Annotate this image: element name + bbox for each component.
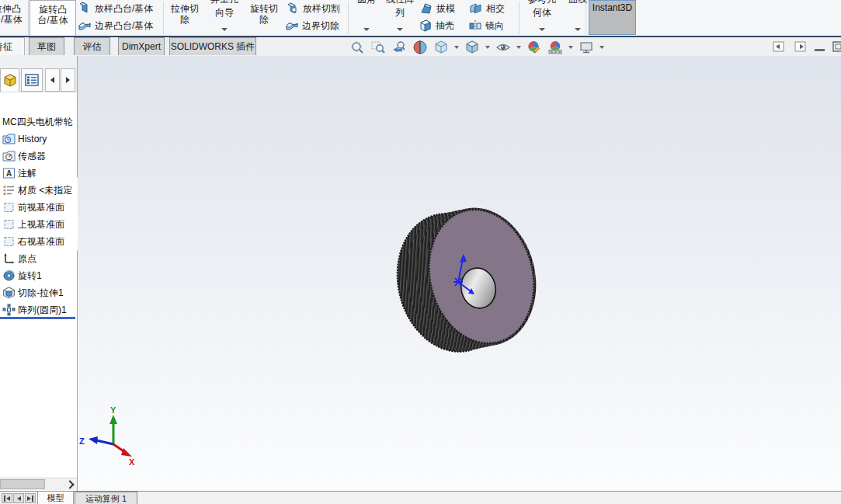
plane-icon [2,201,16,214]
mirror-icon [468,19,482,33]
tree-item-sensors[interactable]: 传感器 [0,148,46,165]
cut-extrude-button[interactable]: 拉伸切 除 [166,0,203,35]
tree-item-annotations[interactable]: A 注解 [0,165,36,182]
tab-features[interactable]: 特征 [0,37,25,55]
tree-item-cut-extrude1[interactable]: 切除-拉伸1 [0,284,64,301]
tab-scroll-last-button[interactable] [25,493,36,503]
ribbon-divider [163,2,164,34]
tab-motion-study-1[interactable]: 运动算例 1 [75,492,137,504]
section-view-button[interactable] [411,39,429,56]
dropdown-caret-icon[interactable] [599,46,604,49]
tree-root-item[interactable]: MC四头电机带轮 [0,113,73,130]
rollback-bar[interactable] [0,317,75,319]
shell-icon [419,19,433,33]
zoom-to-area-icon [370,40,386,55]
circular-pattern-feature-icon [2,304,16,316]
tree-item-material[interactable]: 材质 <未指定 [0,182,72,199]
scrollbar-thumb[interactable] [0,479,45,489]
monitor-icon [579,40,594,55]
minimize-window-button[interactable] [815,49,825,51]
loft-cut-icon [286,2,300,16]
dropdown-caret-icon[interactable] [516,46,521,49]
graphics-viewport[interactable]: Y Z X [78,56,841,491]
previous-view-icon [391,40,407,55]
boss-loft-button[interactable]: 放样凸台/基体 [78,1,153,16]
dropdown-caret-icon[interactable] [568,46,573,49]
zoom-to-fit-button[interactable] [348,39,367,56]
tab-model[interactable]: 模型 [37,492,74,504]
dropdown-caret-icon[interactable] [539,28,545,31]
boss-extrude-button[interactable]: 拉伸凸 台/基体 [0,0,29,35]
tab-scroll-prev-button[interactable] [13,493,24,503]
hide-show-items-button[interactable] [494,39,513,56]
linear-pattern-button[interactable]: 线性阵 列 [382,0,418,35]
shell-button[interactable]: 抽壳 [419,18,454,33]
view-orientation-button[interactable] [432,39,450,56]
corner-triad: Y Z X [79,405,135,467]
cut-boundary-button[interactable]: 边界切除 [285,18,339,33]
tab-feature-manager-tree[interactable] [0,68,19,92]
model-canvas: Y Z X [78,56,841,491]
boundary-boss-icon [78,19,92,33]
feature-manager-panel: MC四头电机带轮 History 传感器 A 注解 材质 <未指定 [0,56,78,491]
dropdown-caret-icon[interactable] [575,28,581,31]
view-settings-button[interactable] [577,39,596,56]
dropdown-caret-icon[interactable] [454,46,459,49]
scroll-right-arrow-icon[interactable] [65,480,74,488]
dropdown-caret-icon[interactable] [485,46,490,49]
eye-icon [495,40,511,55]
ribbon-divider [519,2,520,34]
hole-wizard-button[interactable]: 异型孔 向导 [207,0,242,35]
zoom-to-area-button[interactable] [369,39,387,56]
panel-tab-scroll-left-button[interactable] [45,68,60,92]
view-orientation-cube-icon [433,40,449,55]
zoom-to-fit-icon [349,40,365,55]
boss-revolve-button[interactable]: 旋转凸 台/基体 [30,0,76,36]
apply-scene-button[interactable] [546,39,565,56]
tab-sketch[interactable]: 草图 [29,37,64,55]
previous-view-button[interactable] [390,39,408,56]
tab-property-manager[interactable] [21,68,43,92]
display-style-button[interactable] [463,39,481,56]
tab-solidworks-addins[interactable]: SOLIDWORKS 插件 [169,37,256,55]
intersect-button[interactable]: 相交 [469,1,505,16]
left-arrow-icon [50,77,54,83]
tree-item-front-plane[interactable]: 前视基准面 [0,199,64,216]
curves-button[interactable]: 曲线 [564,0,592,35]
draft-button[interactable]: 拔模 [419,1,455,16]
fillet-button[interactable]: 圆角 [351,0,382,35]
material-icon [2,184,16,196]
tree-item-history[interactable]: History [0,130,47,148]
tab-scroll-first-button[interactable] [2,493,12,503]
tree-horizontal-scrollbar[interactable] [0,478,77,490]
tree-item-circular-pattern1[interactable]: 阵列(圆周)1 [0,301,67,318]
feature-manager-tabs [0,56,77,92]
cut-extrude-feature-icon [2,287,16,299]
reference-geometry-button[interactable]: 参考几 何体 [522,0,562,35]
cut-loft-button[interactable]: 放样切割 [286,1,340,16]
axis-z-label: Z [79,436,85,446]
cut-revolve-button[interactable]: 旋转切 除 [245,0,283,35]
tree-item-right-plane[interactable]: 右视基准面 [0,233,64,250]
display-style-icon [464,40,480,55]
tree-item-revolve1[interactable]: 旋转1 [0,267,42,284]
sensors-icon [2,150,16,162]
dropdown-caret-icon[interactable] [221,28,228,31]
list-icon [25,74,39,86]
dropdown-caret-icon[interactable] [363,28,370,31]
tab-evaluate[interactable]: 评估 [74,37,110,55]
ribbon-divider [348,2,349,34]
mirror-button[interactable]: 镜向 [468,18,504,33]
collapse-pane-left-button[interactable] [773,41,785,56]
tree-item-origin[interactable]: 原点 [0,250,36,267]
intersect-icon [469,2,483,16]
panel-tab-scroll-right-button[interactable] [61,68,75,92]
restore-window-button[interactable] [832,41,841,56]
edit-appearance-button[interactable] [525,39,544,56]
tree-item-top-plane[interactable]: 上视基准面 [0,216,64,233]
collapse-pane-right-button[interactable] [794,41,807,56]
boss-boundary-button[interactable]: 边界凸台/基体 [78,18,153,33]
instant3d-toggle-button[interactable]: Instant3D [589,0,636,35]
dropdown-caret-icon[interactable] [397,28,403,31]
tab-dimxpert[interactable]: DimXpert [118,37,165,55]
